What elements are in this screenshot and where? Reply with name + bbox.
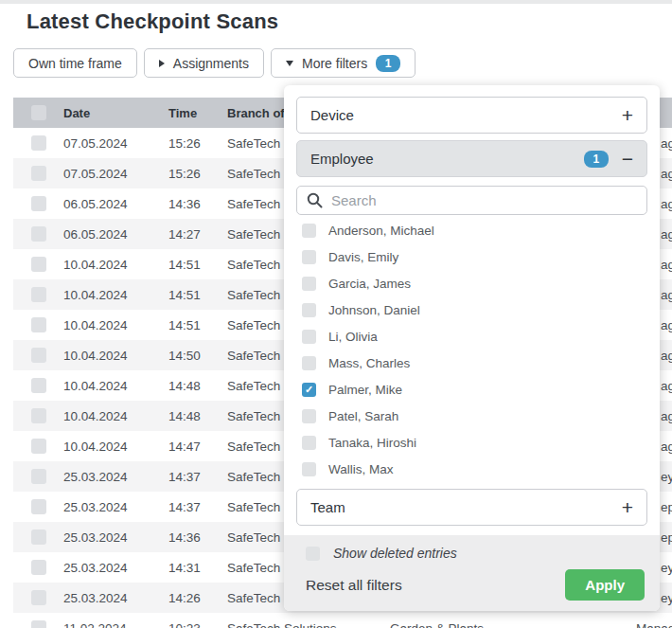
cell-right-fragment: ey [661, 470, 672, 484]
row-checkbox[interactable] [31, 439, 46, 454]
row-checkbox[interactable] [31, 135, 46, 151]
cell-right-fragment: ag [661, 227, 672, 242]
cell-time: 14:27 [168, 227, 227, 242]
row-checkbox[interactable] [31, 257, 46, 272]
filter-section-team[interactable]: Team + [296, 489, 647, 526]
cell-time: 14:26 [168, 591, 227, 605]
employee-checkbox[interactable] [302, 277, 316, 291]
row-checkbox[interactable] [31, 590, 46, 605]
row-checkbox[interactable] [31, 196, 46, 211]
cell-date: 10.04.2024 [63, 440, 168, 454]
cell-right-fragment: ag [661, 440, 672, 454]
assignments-button[interactable]: Assignments [144, 48, 264, 78]
employee-checkbox[interactable] [302, 409, 316, 423]
row-checkbox[interactable] [31, 408, 46, 423]
employee-name-label: Tanaka, Hiroshi [328, 436, 416, 450]
team-section-label: Team [310, 499, 345, 515]
more-filters-label: More filters [302, 56, 367, 71]
search-icon [307, 192, 323, 208]
cell-time: 10:23 [168, 621, 227, 628]
cell-right-fragment: ag [661, 409, 672, 423]
employee-checkbox[interactable] [302, 356, 316, 370]
row-checkbox[interactable] [31, 348, 46, 363]
more-filters-button[interactable]: More filters 1 [271, 48, 416, 78]
row-checkbox[interactable] [31, 560, 46, 575]
row-checkbox[interactable] [31, 287, 46, 302]
cell-time: 14:31 [168, 561, 227, 575]
cell-date: 10.04.2024 [63, 409, 168, 423]
employee-checkbox[interactable] [302, 436, 316, 450]
employee-name-label: Patel, Sarah [328, 409, 398, 423]
cell-date: 11.02.2024 [63, 621, 168, 628]
apply-button[interactable]: Apply [565, 569, 645, 601]
employee-checkbox[interactable] [302, 462, 316, 476]
employee-list-item: Li, Olivia [296, 323, 647, 350]
page-title: Latest Checkpoint Scans [27, 9, 278, 34]
employee-search-input[interactable] [296, 186, 647, 215]
employee-checkbox[interactable] [302, 303, 316, 317]
cell-date: 10.04.2024 [63, 288, 168, 302]
employee-list-item: Garcia, James [296, 270, 647, 296]
employee-checkbox[interactable] [302, 250, 316, 264]
own-time-frame-label: Own time frame [28, 56, 122, 71]
employee-list-item: Wallis, Max [296, 456, 647, 482]
cell-date: 06.05.2024 [63, 227, 168, 242]
employee-list-item: Anderson, Michael [296, 217, 647, 243]
cell-department: Garden & Plants [390, 621, 672, 628]
select-all-checkbox[interactable] [31, 105, 46, 120]
row-checkbox[interactable] [31, 226, 46, 242]
filter-section-employee[interactable]: Employee 1 − [296, 140, 647, 177]
cell-right-fragment: ag [661, 288, 672, 302]
employee-checkbox[interactable] [302, 224, 316, 238]
row-checkbox[interactable] [31, 317, 46, 332]
cell-right-fragment: ag [661, 318, 672, 332]
cell-date: 07.05.2024 [63, 167, 168, 181]
cell-right-fragment: ag [661, 136, 672, 151]
cell-right-fragment: epa [661, 530, 672, 545]
row-checkbox[interactable] [31, 499, 46, 514]
row-checkbox[interactable] [31, 620, 46, 628]
cell-date: 25.03.2024 [63, 591, 168, 605]
device-section-label: Device [310, 107, 354, 123]
cell-time: 14:50 [168, 349, 227, 363]
cell-right-fragment: ag [661, 349, 672, 363]
cell-date: 25.03.2024 [63, 561, 168, 575]
employee-name-label: Johnson, Daniel [328, 303, 420, 317]
employee-list-item: Johnson, Daniel [296, 296, 647, 323]
chevron-down-icon [286, 61, 293, 66]
row-checkbox[interactable] [31, 529, 46, 545]
employee-checkbox-checked[interactable]: ✓ [302, 383, 316, 397]
popover-footer: Show deleted entries Reset all filters A… [284, 535, 660, 611]
cell-right-fragment: Manag [636, 621, 672, 628]
cell-date: 07.05.2024 [63, 136, 168, 151]
filter-section-device[interactable]: Device + [296, 97, 647, 134]
cell-time: 14:36 [168, 197, 227, 211]
employee-list-item: Patel, Sarah [296, 403, 647, 429]
employee-name-label: Palmer, Mike [328, 383, 402, 397]
employee-list: Anderson, MichaelDavis, EmilyGarcia, Jam… [296, 217, 647, 482]
employee-section-label: Employee [310, 151, 374, 167]
expand-plus-icon[interactable]: + [622, 497, 633, 517]
cell-date: 25.03.2024 [63, 470, 168, 484]
employee-checkbox[interactable] [302, 330, 316, 344]
row-checkbox[interactable] [31, 166, 46, 181]
cell-time: 15:26 [168, 136, 227, 151]
row-checkbox[interactable] [31, 378, 46, 393]
cell-time: 14:48 [168, 379, 227, 393]
cell-date: 10.04.2024 [63, 349, 168, 363]
cell-time: 14:37 [168, 500, 227, 514]
expand-plus-icon[interactable]: + [622, 105, 633, 125]
row-checkbox[interactable] [31, 469, 46, 484]
show-deleted-checkbox[interactable] [306, 547, 320, 561]
employee-list-item: Tanaka, Hiroshi [296, 429, 647, 456]
collapse-minus-icon[interactable]: − [622, 149, 633, 169]
cell-time: 14:48 [168, 409, 227, 423]
cell-time: 14:51 [168, 288, 227, 302]
table-row: 11.02.202410:23SafeTech SolutionsGarden … [13, 613, 672, 628]
employee-name-label: Anderson, Michael [328, 224, 434, 238]
reset-all-filters-link[interactable]: Reset all filters [306, 577, 402, 594]
cell-time: 14:36 [168, 530, 227, 545]
employee-search [296, 186, 647, 215]
employee-list-item: ✓Palmer, Mike [296, 376, 647, 403]
own-time-frame-button[interactable]: Own time frame [13, 48, 137, 78]
